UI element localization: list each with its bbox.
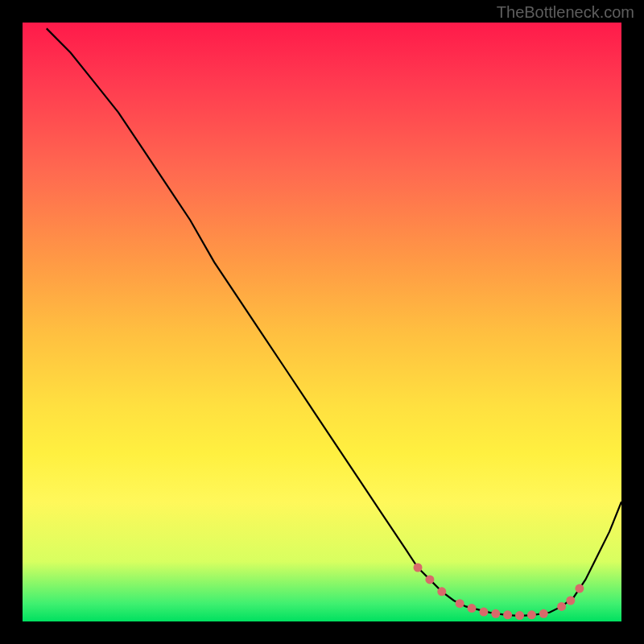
watermark-text: TheBottleneck.com	[497, 3, 634, 22]
marker-dot	[557, 602, 566, 611]
marker-dot	[456, 599, 464, 608]
marker-dot	[566, 597, 575, 605]
marker-dot	[437, 587, 446, 596]
plot-area	[23, 23, 621, 621]
marker-dot	[425, 575, 434, 584]
marker-dot	[503, 610, 512, 619]
chart-svg	[23, 23, 621, 621]
marker-dot	[491, 609, 500, 618]
marker-dot	[468, 604, 477, 613]
marker-dots	[414, 564, 584, 621]
curve-line	[47, 28, 621, 615]
marker-dot	[515, 611, 524, 620]
marker-dot	[414, 564, 423, 572]
marker-dot	[479, 608, 488, 617]
marker-dot	[527, 610, 536, 619]
marker-dot	[575, 584, 584, 593]
marker-dot	[539, 609, 548, 618]
